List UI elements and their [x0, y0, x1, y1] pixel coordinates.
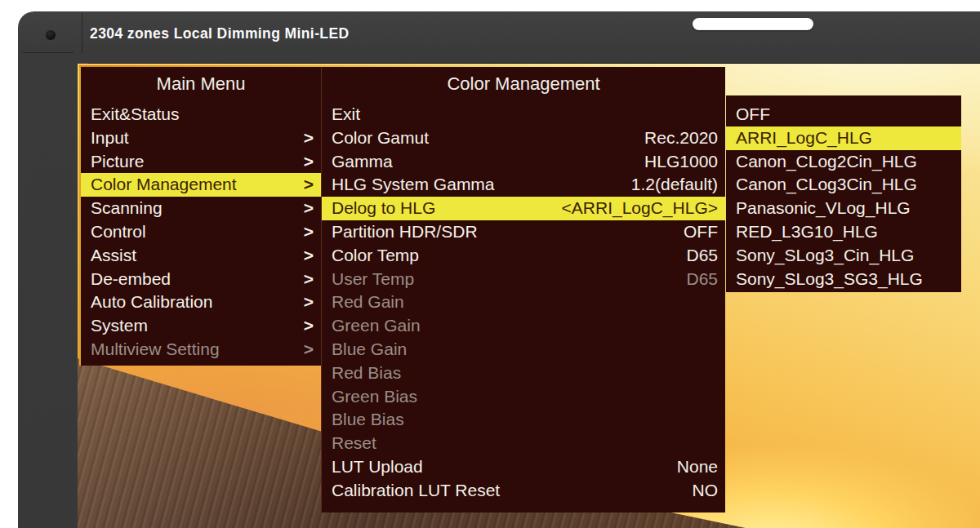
- submenu-item-label: Blue Bias: [332, 408, 718, 432]
- submenu-item-value: None: [677, 455, 718, 479]
- submenu-item-label: User Temp: [332, 268, 686, 291]
- submenu-item-label: Calibration LUT Reset: [332, 479, 693, 503]
- light-sensor-dot: [46, 30, 56, 40]
- submenu-item-label: LUT Upload: [332, 455, 677, 479]
- page: 2304 zones Local Dimming Mini-LED Main M…: [0, 0, 980, 528]
- chevron-right-icon: >: [304, 291, 314, 314]
- chevron-right-icon: >: [304, 173, 314, 197]
- menu-item-de-embed[interactable]: De-embed >: [81, 268, 321, 291]
- submenu-title: Color Management: [322, 67, 725, 103]
- menu-item-label: Assist: [91, 244, 304, 268]
- submenu-item-label: Green Gain: [332, 314, 718, 338]
- menu-item-label: Auto Calibration: [91, 291, 304, 314]
- lut-option-sony-slog3-sg3-hlg[interactable]: Sony_SLog3_SG3_HLG: [726, 268, 961, 291]
- lut-option-arri-logc-hlg[interactable]: ARRI_LogC_HLG: [726, 126, 961, 150]
- submenu-item-label: Red Bias: [332, 362, 718, 385]
- submenu-item-red-bias: Red Bias: [322, 362, 725, 385]
- submenu-item-label: Exit: [332, 103, 718, 126]
- submenu-item-lut-upload[interactable]: LUT Upload None: [322, 455, 725, 479]
- lut-option-label: RED_L3G10_HLG: [736, 220, 954, 244]
- menu-item-label: Exit&Status: [91, 103, 314, 126]
- submenu-item-label: Color Gamut: [332, 126, 644, 150]
- lut-option-canon-clog2cin-hlg[interactable]: Canon_CLog2Cin_HLG: [726, 150, 961, 174]
- submenu-item-label: Gamma: [332, 150, 644, 174]
- submenu-item-value: D65: [686, 268, 718, 291]
- menu-item-auto-calibration[interactable]: Auto Calibration >: [81, 291, 321, 314]
- submenu-item-label: Color Temp: [332, 244, 686, 268]
- submenu-item-exit[interactable]: Exit: [322, 103, 725, 126]
- submenu-item-partition-hdr-sdr[interactable]: Partition HDR/SDR OFF: [322, 220, 725, 244]
- lut-option-label: Canon_CLog2Cin_HLG: [736, 150, 954, 174]
- lut-option-sony-slog3-cin-hlg[interactable]: Sony_SLog3_Cin_HLG: [726, 244, 961, 268]
- menu-item-control[interactable]: Control >: [81, 220, 321, 244]
- submenu-item-value: <ARRI_LogC_HLG>: [562, 197, 718, 220]
- submenu-item-value: Rec.2020: [644, 126, 718, 150]
- submenu-item-value: D65: [686, 244, 718, 268]
- menu-item-label: Picture: [91, 150, 304, 174]
- menu-item-input[interactable]: Input >: [81, 126, 321, 150]
- bezel-seam-horizontal: [23, 52, 74, 53]
- submenu-item-label: HLG System Gamma: [332, 173, 631, 197]
- menu-item-multiview-setting: Multiview Setting >: [81, 338, 321, 362]
- submenu-item-label: Blue Gain: [332, 338, 718, 362]
- submenu-item-value: NO: [693, 479, 719, 503]
- submenu-item-label: Red Gain: [332, 291, 718, 314]
- submenu-item-reset: Reset: [322, 432, 725, 455]
- top-handle-slot: [693, 18, 813, 30]
- submenu-item-label: Delog to HLG: [332, 197, 562, 220]
- main-menu-panel: Main Menu Exit&Status Input > Picture > …: [79, 67, 321, 366]
- chevron-right-icon: >: [304, 197, 314, 220]
- menu-item-exit-status[interactable]: Exit&Status: [81, 103, 321, 126]
- chevron-right-icon: >: [304, 126, 314, 150]
- lut-option-label: Canon_CLog3Cin_HLG: [736, 173, 954, 197]
- menu-item-assist[interactable]: Assist >: [81, 244, 321, 268]
- lut-option-panasonic-vlog-hlg[interactable]: Panasonic_VLog_HLG: [726, 197, 961, 220]
- submenu-item-value: 1.2(default): [631, 173, 718, 197]
- chevron-right-icon: >: [304, 338, 314, 362]
- menu-item-label: System: [91, 314, 304, 338]
- lut-option-label: ARRI_LogC_HLG: [736, 126, 954, 150]
- menu-item-label: Scanning: [91, 197, 304, 220]
- submenu-item-label: Reset: [332, 432, 718, 455]
- submenu-item-hlg-system-gamma[interactable]: HLG System Gamma 1.2(default): [322, 173, 725, 197]
- menu-item-picture[interactable]: Picture >: [81, 150, 321, 174]
- menu-item-color-management[interactable]: Color Management >: [81, 173, 321, 197]
- submenu-item-gamma[interactable]: Gamma HLG1000: [322, 150, 725, 174]
- lut-options-panel: OFF ARRI_LogC_HLG Canon_CLog2Cin_HLG Can…: [726, 95, 961, 292]
- lut-option-off[interactable]: OFF: [726, 103, 961, 126]
- submenu-item-green-bias: Green Bias: [322, 385, 725, 409]
- menu-item-system[interactable]: System >: [81, 314, 321, 338]
- submenu-item-value: HLG1000: [644, 150, 718, 174]
- lut-option-canon-clog3cin-hlg[interactable]: Canon_CLog3Cin_HLG: [726, 173, 961, 197]
- submenu-item-calibration-lut-reset[interactable]: Calibration LUT Reset NO: [322, 479, 725, 503]
- main-menu-title: Main Menu: [81, 67, 321, 103]
- chevron-right-icon: >: [304, 244, 314, 268]
- submenu-item-blue-bias: Blue Bias: [322, 408, 725, 432]
- lut-option-label: OFF: [736, 103, 954, 126]
- bezel-model-label: 2304 zones Local Dimming Mini-LED: [90, 25, 350, 42]
- submenu-panel: Color Management Exit Color Gamut Rec.20…: [321, 67, 725, 512]
- submenu-item-value: OFF: [684, 220, 718, 244]
- chevron-right-icon: >: [304, 150, 314, 174]
- chevron-right-icon: >: [304, 314, 314, 338]
- submenu-item-color-temp[interactable]: Color Temp D65: [322, 244, 725, 268]
- submenu-item-green-gain: Green Gain: [322, 314, 725, 338]
- chevron-right-icon: >: [304, 268, 314, 291]
- submenu-item-red-gain: Red Gain: [322, 291, 725, 314]
- submenu-item-label: Partition HDR/SDR: [332, 220, 684, 244]
- submenu-item-label: Green Bias: [332, 385, 718, 409]
- bezel-seam-vertical: [82, 13, 82, 53]
- submenu-item-user-temp: User Temp D65: [322, 268, 725, 291]
- lut-option-label: Sony_SLog3_SG3_HLG: [736, 268, 954, 291]
- chevron-right-icon: >: [304, 220, 314, 244]
- menu-item-scanning[interactable]: Scanning >: [81, 197, 321, 220]
- menu-item-label: Input: [91, 126, 304, 150]
- submenu-item-delog-to-hlg[interactable]: Delog to HLG <ARRI_LogC_HLG>: [322, 197, 725, 220]
- lut-option-label: Panasonic_VLog_HLG: [736, 197, 954, 220]
- lut-option-red-l3g10-hlg[interactable]: RED_L3G10_HLG: [726, 220, 961, 244]
- submenu-item-color-gamut[interactable]: Color Gamut Rec.2020: [322, 126, 725, 150]
- lut-option-label: Sony_SLog3_Cin_HLG: [736, 244, 954, 268]
- menu-item-label: De-embed: [91, 268, 304, 291]
- menu-item-label: Control: [91, 220, 304, 244]
- submenu-item-blue-gain: Blue Gain: [322, 338, 725, 362]
